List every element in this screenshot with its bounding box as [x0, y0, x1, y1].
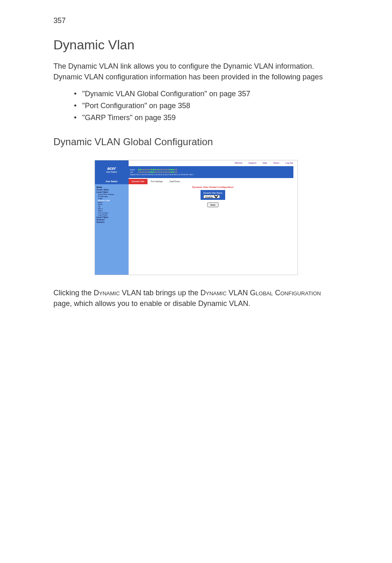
port-led — [163, 169, 164, 170]
link-row: Link — [130, 171, 292, 173]
bullet-item: "GARP Timers" on page 359 — [74, 112, 339, 124]
port-led — [164, 169, 166, 170]
switch-port-numbers: Switch 0 Gi 1 2 3 4 5 6 7 8 9 10 11 12 1… — [130, 174, 292, 176]
port-led — [153, 169, 154, 170]
port-led — [168, 169, 169, 170]
port-led — [171, 169, 172, 170]
bullet-list: "Dynamic VLAN Global Configuration" on p… — [53, 88, 339, 123]
port-led — [173, 169, 174, 170]
nav-statistics[interactable]: Statistics — [97, 221, 127, 223]
port-led — [151, 171, 152, 173]
port-led — [140, 169, 141, 170]
port-led — [150, 169, 151, 170]
tab-garp-timers[interactable]: GarpTimers — [166, 179, 183, 184]
closing-paragraph: Clicking the Dynamic VLAN tab brings up … — [53, 287, 339, 309]
link-help[interactable]: Help — [263, 162, 267, 164]
smallcaps-text: Dynamic — [94, 289, 120, 297]
port-led — [158, 171, 159, 173]
port-led — [174, 169, 175, 170]
port-led — [151, 169, 152, 170]
port-led — [138, 171, 139, 173]
port-led — [141, 169, 143, 170]
brand-block: acer Acer Switch — [95, 160, 129, 179]
apply-button[interactable]: Apply — [207, 202, 219, 207]
port-led — [159, 171, 161, 173]
port-led — [150, 171, 151, 173]
port-led — [158, 169, 159, 170]
screenshot-container: acer Acer Switch Refresh Support Help Ab… — [53, 160, 339, 275]
dynamic-vlan-status-select[interactable]: Disabled — [203, 195, 220, 198]
smallcaps-text: Global Configuration — [250, 289, 321, 297]
port-led — [166, 169, 167, 170]
port-led — [146, 169, 148, 170]
port-led — [156, 169, 157, 170]
port-led — [163, 171, 164, 173]
brand-subtitle: Acer Switch — [106, 171, 117, 173]
document-page: 357 Dynamic Vlan The Dynamic VLAN link a… — [0, 16, 392, 309]
port-led — [148, 171, 149, 173]
port-led — [146, 171, 148, 173]
port-led — [176, 169, 177, 170]
header-right: Refresh Support Help About Log Out Speed… — [129, 160, 297, 179]
page-title: Dynamic Vlan — [53, 37, 339, 53]
port-led — [173, 171, 174, 173]
tab-port-settings[interactable]: Port Settings — [148, 179, 166, 184]
port-led — [156, 171, 157, 173]
ss-header: acer Acer Switch Refresh Support Help Ab… — [95, 160, 297, 179]
port-led — [169, 169, 171, 170]
link-refresh[interactable]: Refresh — [235, 162, 242, 164]
port-led — [143, 169, 144, 170]
link-support[interactable]: Support — [249, 162, 256, 164]
ss-body: Home System Mgmt Layer2 Mgmt Layer2 Basi… — [95, 184, 297, 275]
bullet-item: "Dynamic VLAN Global Configuration" on p… — [74, 88, 339, 100]
field-label: Dynamic Vlan Status — [202, 191, 224, 195]
brand-logo: acer — [107, 166, 116, 171]
port-led — [153, 171, 154, 173]
port-led — [145, 171, 146, 173]
port-led — [166, 171, 167, 173]
main-panel: Dynamic Vlan Global Configuration Dynami… — [129, 184, 297, 275]
panel-title: Dynamic Vlan Global Configuration — [192, 186, 234, 188]
port-led — [140, 171, 141, 173]
sidebar-nav: Home System Mgmt Layer2 Mgmt Layer2 Basi… — [95, 184, 129, 275]
port-led — [169, 171, 171, 173]
port-led — [143, 171, 144, 173]
port-led — [161, 169, 162, 170]
port-led — [154, 171, 156, 173]
speed-row: Speed — [130, 169, 292, 171]
port-led — [176, 171, 177, 173]
top-links: Refresh Support Help About Log Out — [129, 160, 297, 165]
admin-ui-screenshot: acer Acer Switch Refresh Support Help Ab… — [95, 160, 298, 275]
port-led — [141, 171, 143, 173]
port-led — [174, 171, 175, 173]
port-led — [171, 171, 172, 173]
link-logout[interactable]: Log Out — [285, 162, 293, 164]
page-number: 357 — [53, 16, 339, 25]
config-form: Dynamic Vlan Status Disabled — [201, 190, 225, 200]
port-led — [138, 169, 139, 170]
bullet-item: "Port Configuration" on page 358 — [74, 100, 339, 112]
section-heading: Dynamic VLAN Global Configuration — [53, 136, 339, 148]
port-led — [145, 169, 146, 170]
tab-dynamic-vlan[interactable]: Dynamic Vlan — [129, 179, 148, 184]
port-led — [161, 171, 162, 173]
port-status-panel: Speed Link Switch 0 Gi 1 2 3 4 5 6 7 8 9… — [129, 166, 293, 178]
port-led — [164, 171, 166, 173]
link-label: Link — [130, 171, 138, 173]
port-led — [159, 169, 161, 170]
port-led — [168, 171, 169, 173]
port-led — [154, 169, 156, 170]
intro-paragraph: The Dynamic VLAN link allows you to conf… — [53, 61, 339, 82]
smallcaps-text: Dynamic — [201, 289, 227, 297]
speed-label: Speed — [130, 169, 138, 171]
port-led — [148, 169, 149, 170]
ss-tabs-row: Acer Switch Dynamic Vlan Port Settings G… — [95, 179, 297, 184]
link-about[interactable]: About — [273, 162, 279, 164]
sidebar-title: Acer Switch — [95, 179, 129, 184]
